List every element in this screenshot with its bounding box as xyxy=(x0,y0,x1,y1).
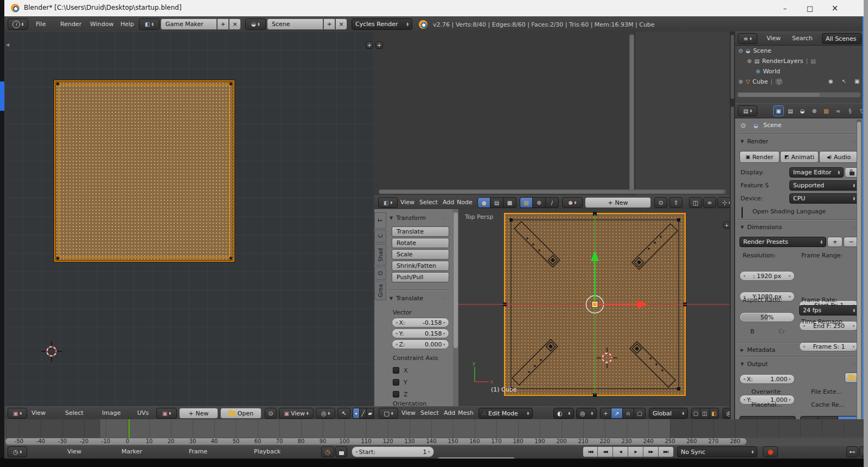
playback-button[interactable]: ▶ xyxy=(628,446,643,457)
orientation-dropdown[interactable]: Global xyxy=(649,408,688,419)
v3d-menu-mesh[interactable]: Mesh xyxy=(458,409,474,416)
toolshelf-tab[interactable]: Shad xyxy=(374,244,386,266)
occlude-dropdown[interactable]: ◎ xyxy=(723,408,730,419)
restrict-view-icon[interactable]: ◉ xyxy=(828,78,833,84)
editor-type-button-timeline[interactable]: ◷ xyxy=(8,446,27,457)
scene-selector[interactable]: ◒ xyxy=(245,18,266,30)
render-presets-dropdown[interactable]: Render Presets xyxy=(739,237,826,247)
scene-add-button[interactable]: + xyxy=(323,18,335,30)
editor-type-button-outliner[interactable]: ≡ xyxy=(738,33,757,44)
render-audio-button[interactable]: ◀)Audio xyxy=(819,151,858,163)
uv-pivot-dropdown[interactable]: ◎ xyxy=(316,408,335,419)
vector-field[interactable]: Z: 0.000 xyxy=(392,339,449,349)
metadata-panel-header[interactable]: Metadata xyxy=(741,346,775,354)
aspect-x-field[interactable]: X:1.000 xyxy=(739,374,795,384)
panel-grip[interactable] xyxy=(443,216,450,221)
node-editor[interactable]: ◧ View Select Add Node ● ▤ ▩ ▧ ⊕ ∕ ● +Ne… xyxy=(374,31,730,209)
node-snap-dropdown[interactable]: ⊹ xyxy=(717,197,730,208)
menu-help[interactable]: Help xyxy=(120,21,134,28)
node-pin-button[interactable]: ⊙ xyxy=(654,197,667,208)
axis-checkbox[interactable] xyxy=(393,367,399,374)
node-canvas[interactable] xyxy=(374,31,730,195)
tab-modifiers[interactable]: § xyxy=(845,105,856,116)
frame-step-field[interactable]: Frame S: 1 xyxy=(799,342,859,351)
frame-end-field[interactable]: End:250 xyxy=(435,457,518,459)
image-browse-dropdown[interactable]: ▣ xyxy=(156,408,177,419)
edge-select-button[interactable]: ◫ xyxy=(700,408,710,419)
screen-layout-selector[interactable]: ◧ xyxy=(139,18,159,30)
osl-checkbox[interactable] xyxy=(742,207,743,218)
editor-type-button-3d[interactable]: ▢ xyxy=(379,408,398,419)
image-open-button[interactable]: Open xyxy=(220,408,261,419)
playback-button[interactable]: ▶▶ xyxy=(643,446,659,457)
outliner-hscrollbar[interactable] xyxy=(737,92,860,97)
pivot-dropdown[interactable]: ◎ xyxy=(576,408,597,419)
screen-name-field[interactable]: Game Maker xyxy=(161,18,217,30)
material-browse-dropdown[interactable]: ● xyxy=(562,197,583,208)
tab-object[interactable]: ▧ xyxy=(821,105,832,116)
image-new-button[interactable]: +New xyxy=(179,408,218,419)
render-engine-dropdown[interactable]: Cycles Render xyxy=(352,18,412,30)
uv-menu-image[interactable]: Image xyxy=(102,409,120,416)
toolshelf-tab[interactable]: C xyxy=(374,230,386,243)
feature-set-dropdown[interactable]: Supported xyxy=(789,180,859,191)
resolution-percent-slider[interactable]: 50% xyxy=(739,312,795,322)
uv-menu-uvs[interactable]: UVs xyxy=(137,409,149,416)
axis-checkbox[interactable] xyxy=(393,379,399,386)
resolution-x-field[interactable]: : 1920 px xyxy=(739,271,795,281)
transform-tool-button[interactable]: Shrink/Fatten xyxy=(392,261,449,271)
axis-checkbox[interactable] xyxy=(393,391,399,397)
material-new-button[interactable]: +New xyxy=(585,197,651,208)
v3d-menu-select[interactable]: Select xyxy=(420,409,439,416)
outliner-menu-view[interactable]: View xyxy=(767,35,781,42)
device-dropdown[interactable]: CPU xyxy=(789,193,859,204)
node-menu-node[interactable]: Node xyxy=(457,199,473,206)
manipulator-translate-button[interactable]: ↗ xyxy=(611,408,623,419)
menu-render[interactable]: Render xyxy=(60,21,81,28)
node-vscrollbar[interactable] xyxy=(629,34,634,193)
transform-tool-button[interactable]: Rotate xyxy=(392,238,449,248)
toolshelf-tab[interactable]: Grea xyxy=(374,281,386,300)
tab-world[interactable]: ⊕ xyxy=(809,105,820,116)
compositing-nodes-button[interactable]: ▤ xyxy=(490,197,503,208)
region-expand-icon[interactable]: + xyxy=(375,41,383,49)
tab-render-layers[interactable]: ▤ xyxy=(785,105,796,116)
region-corner-arrow-icon[interactable]: ◀ xyxy=(6,42,9,47)
world-shader-button[interactable]: ⊕ xyxy=(533,197,546,208)
close-button[interactable]: × xyxy=(822,0,847,16)
uv-select-face-button[interactable]: ▰ xyxy=(367,408,374,419)
v3d-menu-add[interactable]: Add xyxy=(444,409,455,416)
mode-dropdown[interactable]: ∴Edit Mode xyxy=(478,408,533,419)
auto-keyframe-button[interactable]: ● xyxy=(763,446,778,457)
v3d-menu-view[interactable]: View xyxy=(401,409,416,416)
uv-select-edge-button[interactable]: ╱ xyxy=(360,408,367,419)
collapse-icon[interactable]: ⊖ xyxy=(738,48,743,54)
manipulator-rotate-button[interactable]: ∩ xyxy=(623,408,634,419)
vector-field[interactable]: Y: 0.158 xyxy=(392,329,449,338)
expand-icon[interactable]: ⊕ xyxy=(738,79,743,85)
uv-canvas[interactable]: ◀ xyxy=(4,31,374,406)
pin-button[interactable]: ⊙ xyxy=(265,408,277,419)
node-menu-view[interactable]: View xyxy=(400,199,414,206)
menu-file[interactable]: File xyxy=(36,21,46,28)
delete-keyframe-button[interactable]: × xyxy=(859,446,864,457)
shader-nodes-button[interactable]: ● xyxy=(477,197,490,208)
preset-add-button[interactable]: + xyxy=(827,237,843,247)
vector-field[interactable]: X: -0.158 xyxy=(392,318,449,327)
node-menu-add[interactable]: Add xyxy=(443,199,454,206)
playback-button[interactable]: |◀◀ xyxy=(583,446,598,457)
tl-menu-playback[interactable]: Playback xyxy=(254,448,280,455)
transform-tool-button[interactable]: Scale xyxy=(392,249,449,260)
tab-constraints[interactable]: ∞ xyxy=(833,105,844,116)
node-link-button[interactable]: ∞ xyxy=(703,197,716,208)
insert-keyframe-button[interactable]: ⊷ xyxy=(846,446,858,457)
tab-render[interactable]: ▣ xyxy=(773,105,784,116)
viewport-3d[interactable]: y x Top Persp (1) Cube xyxy=(458,209,730,406)
transform-tool-button[interactable]: Translate xyxy=(392,226,449,237)
preview-range-button[interactable]: ◷ xyxy=(321,446,334,457)
frame-start-field[interactable]: Start:1 xyxy=(352,446,434,457)
restrict-render-icon[interactable]: ▣ xyxy=(854,78,859,84)
shading-dropdown[interactable]: ◐ xyxy=(553,408,574,419)
playback-button[interactable]: ◀ xyxy=(613,446,628,457)
outliner-row-cube[interactable]: ⊕ ▽ Cube | ▽ xyxy=(738,77,783,86)
